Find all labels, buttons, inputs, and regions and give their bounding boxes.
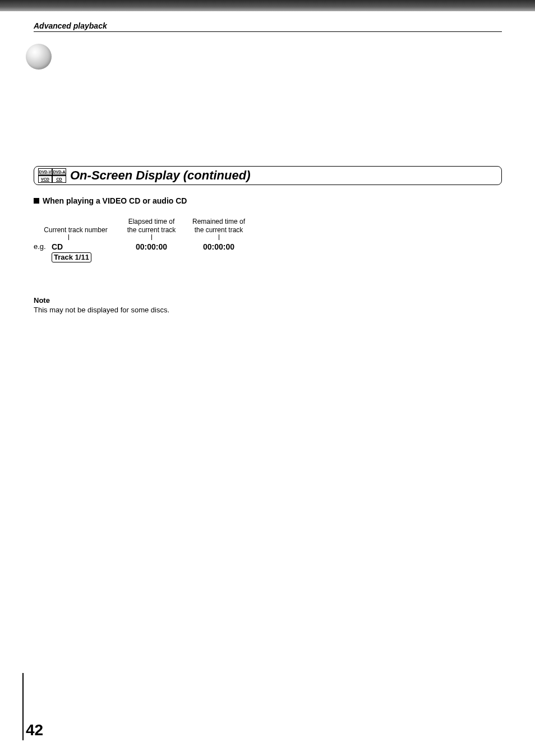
elapsed-time-value: 00:00:00 [118, 242, 185, 251]
remained-time-value: 00:00:00 [185, 242, 252, 251]
top-gradient-bar [0, 0, 535, 11]
pointer-tick [151, 234, 152, 240]
page-title: On-Screen Display (continued) [70, 168, 251, 183]
note-body: This may not be displayed for some discs… [34, 306, 169, 314]
breadcrumb-underline [34, 31, 502, 32]
breadcrumb: Advanced playback [34, 21, 107, 30]
note-block: Note This may not be displayed for some … [34, 296, 169, 314]
pointer-tick [68, 234, 69, 240]
title-box: On-Screen Display (continued) [34, 166, 502, 185]
disc-type-text: CD [52, 242, 118, 251]
label-elapsed-time: Elapsed time ofthe current track [118, 218, 185, 234]
badge-dvd-a: DVD-A [52, 168, 66, 176]
disc-format-badges: DVD-V DVD-A VCD CD [38, 168, 66, 183]
subheading: When playing a VIDEO CD or audio CD [34, 196, 187, 205]
osd-track-block: CD Track 1/11 [52, 242, 118, 262]
badge-dvd-v: DVD-V [38, 168, 52, 176]
page-number-bar [22, 673, 24, 740]
eg-prefix: e.g. [34, 242, 52, 251]
subheading-text: When playing a VIDEO CD or audio CD [43, 196, 187, 205]
pointer-tick [219, 234, 219, 240]
sphere-icon [26, 44, 52, 70]
track-indicator-box: Track 1/11 [52, 252, 91, 262]
badge-vcd: VCD [38, 176, 52, 183]
page-number: 42 [26, 721, 43, 739]
square-bullet-icon [34, 198, 39, 204]
badge-cd: CD [52, 176, 66, 183]
osd-diagram: Current track number Elapsed time ofthe … [34, 218, 258, 262]
label-remained-time: Remained time ofthe current track [185, 218, 252, 234]
note-heading: Note [34, 296, 169, 305]
label-current-track-number: Current track number [34, 226, 118, 234]
